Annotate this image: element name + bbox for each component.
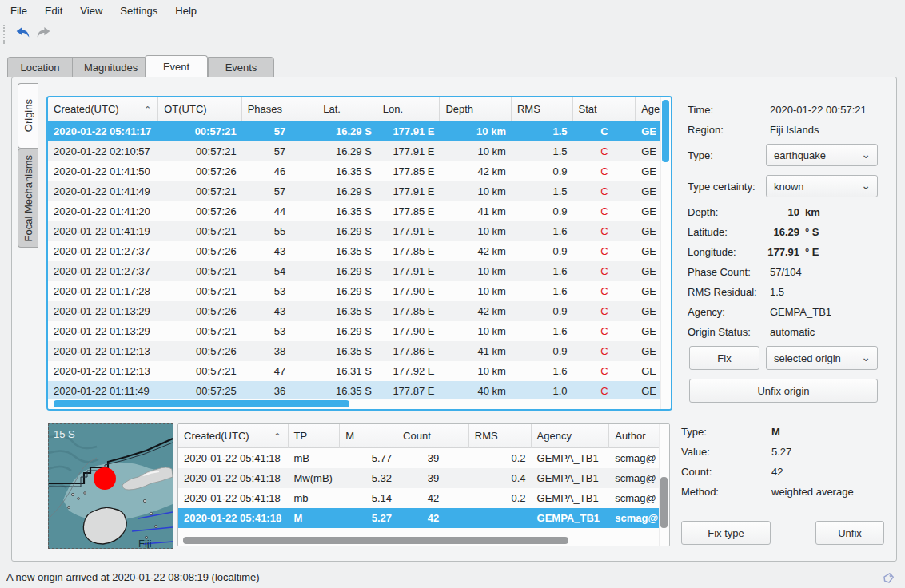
menu-edit[interactable]: Edit [36,2,71,20]
magnitudes-hscroll-thumb[interactable] [183,537,568,544]
origin-cell: 00:57:26 [158,241,241,261]
magnitude-cell: 39 [397,468,469,488]
origin-cell: 2020-01-22 02:10:57 [48,141,158,161]
origin-column-header[interactable]: RMS [512,97,573,121]
magnitude-cell: 5.32 [340,468,397,488]
origin-row[interactable]: 2020-01-22 01:12:1300:57:263816.35 S177.… [48,341,671,361]
origins-vertical-scrollbar[interactable] [660,97,671,409]
status-message: A new origin arrived at 2020-01-22 08:08… [6,571,260,583]
magnitude-row[interactable]: 2020-01-22 05:41:18Mw(mB)5.32390.4GEMPA_… [178,468,669,488]
origin-column-header[interactable]: Phases [242,97,318,121]
unfix-button[interactable]: Unfix [815,521,884,545]
agency-value: GEMPA_TB1 [770,306,831,318]
tab-magnitudes[interactable]: Magnitudes [72,57,145,77]
origin-cell: 57 [242,121,318,141]
magnitude-column-header[interactable]: Count [397,424,469,448]
origin-column-header[interactable]: Created(UTC)⌃ [48,97,158,121]
origin-cell: 177.91 E [377,121,441,141]
origin-row[interactable]: 2020-01-22 01:13:2900:57:215316.29 S177.… [48,321,671,341]
origin-cell: 54 [242,261,318,281]
origin-column-header[interactable]: Stat [573,97,636,121]
tab-event[interactable]: Event [145,55,208,77]
origins-horizontal-scrollbar[interactable] [48,399,660,409]
origin-row[interactable]: 2020-01-22 01:41:4900:57:215716.29 S177.… [48,181,671,201]
origin-row[interactable]: 2020-01-22 01:27:3700:57:264316.35 S177.… [48,241,671,261]
magnitude-column-header[interactable]: Agency [532,424,610,448]
origin-cell: 00:57:21 [158,321,241,341]
fix-button[interactable]: Fix [689,346,759,370]
origin-status-label: Origin Status: [688,326,751,338]
origin-row[interactable]: 2020-01-22 01:41:5000:57:264616.35 S177.… [48,161,671,181]
undo-button[interactable] [12,24,33,45]
origins-table[interactable]: Created(UTC)⌃OT(UTC)PhasesLat.Lon.DepthR… [46,96,672,411]
menu-view[interactable]: View [71,2,111,20]
menu-settings[interactable]: Settings [111,2,166,20]
tab-events[interactable]: Events [208,57,274,77]
origin-cell: 16.31 S [317,361,377,381]
origin-column-header[interactable]: Lat. [317,97,377,121]
toolbar-drag-handle[interactable] [3,25,6,44]
location-map[interactable]: 15 S Fiji [48,423,173,549]
origin-row[interactable]: 2020-01-22 01:41:2000:57:264416.35 S177.… [48,201,671,221]
magnitude-column-header[interactable]: RMS [469,424,532,448]
mag-value-label: Value: [681,446,710,458]
type-certainty-dropdown[interactable]: known ⌄ [766,175,878,197]
origin-cell: 43 [242,241,318,261]
magnitude-column-header[interactable]: TP [289,424,341,448]
origin-cell: 2020-01-22 01:13:29 [48,321,158,341]
origin-row[interactable]: 2020-01-22 01:27:3700:57:215416.29 S177.… [48,261,671,281]
origin-row[interactable]: 2020-01-22 01:41:1900:57:215516.29 S177.… [48,221,671,241]
origin-row[interactable]: 2020-01-22 01:13:2900:57:264316.35 S177.… [48,301,671,321]
side-tab-origins[interactable]: Origins [18,83,38,149]
origin-cell: 16.35 S [317,161,377,181]
origin-cell: 1.5 [512,121,573,141]
origin-cell: C [573,201,636,221]
magnitudes-vscroll-thumb[interactable] [660,477,668,528]
magnitudes-horizontal-scrollbar[interactable] [178,535,659,546]
origin-cell: 177.91 E [377,221,441,241]
menu-file[interactable]: File [2,2,36,20]
origin-cell: C [573,281,636,301]
menu-help[interactable]: Help [166,2,205,20]
origin-row[interactable]: 2020-01-22 01:17:2800:57:215316.29 S177.… [48,281,671,301]
origins-vscroll-thumb[interactable] [662,100,669,162]
side-tab-focal-mechanisms[interactable]: Focal Mechanisms [18,149,38,248]
magnitudes-table[interactable]: Created(UTC)⌃TPMCountRMSAgencyAuthor 202… [177,423,670,546]
origin-row[interactable]: 2020-01-22 01:12:1300:57:214716.31 S177.… [48,361,671,381]
origin-cell: 00:57:21 [158,261,241,281]
magnitude-column-header[interactable]: M [340,424,397,448]
magnitude-row[interactable]: 2020-01-22 05:41:18mB5.77390.2GEMPA_TB1s… [178,448,669,468]
type-dropdown[interactable]: earthquake ⌄ [766,144,878,166]
origin-cell: 55 [242,221,318,241]
origins-hscroll-thumb[interactable] [54,400,349,407]
origin-cell: 2020-01-22 01:12:13 [48,341,158,361]
mag-type-label: Type: [681,426,707,438]
origin-column-header[interactable]: OT(UTC) [158,97,241,121]
origin-cell: 0.9 [512,201,573,221]
origin-cell: C [573,161,636,181]
status-bar: A new origin arrived at 2020-01-22 08:08… [0,567,905,588]
latitude-unit: ° S [805,226,819,238]
origin-cell: 53 [242,321,318,341]
origin-cell: 16.35 S [317,301,377,321]
origin-cell: 177.90 E [377,281,441,301]
origin-cell: 42 km [440,301,512,321]
magnitude-row[interactable]: 2020-01-22 05:41:18mb5.14420.2GEMPA_TB1s… [178,488,669,508]
origin-column-header[interactable]: Depth [440,97,512,121]
connection-tag-icon[interactable] [882,571,895,587]
tab-location[interactable]: Location [7,57,72,77]
origin-column-header[interactable]: Lon. [377,97,441,121]
magnitudes-vertical-scrollbar[interactable] [659,424,669,546]
fix-target-dropdown[interactable]: selected origin ⌄ [766,346,878,370]
unfix-origin-button[interactable]: Unfix origin [689,379,878,403]
magnitude-row[interactable]: 2020-01-22 05:41:18M5.2742GEMPA_TB1scmag… [178,508,669,528]
fix-type-button[interactable]: Fix type [681,521,771,545]
origin-cell: 00:57:26 [158,161,241,181]
sort-ascending-icon: ⌃ [273,425,281,448]
origin-cell: 41 km [440,341,512,361]
origin-row[interactable]: 2020-01-22 02:10:5700:57:215716.29 S177.… [48,141,671,161]
magnitude-column-header[interactable]: Created(UTC)⌃ [178,424,289,448]
origin-row[interactable]: 2020-01-22 05:41:1700:57:215716.29 S177.… [48,121,671,141]
origin-cell: 177.91 E [377,181,441,201]
redo-button[interactable] [33,24,54,45]
